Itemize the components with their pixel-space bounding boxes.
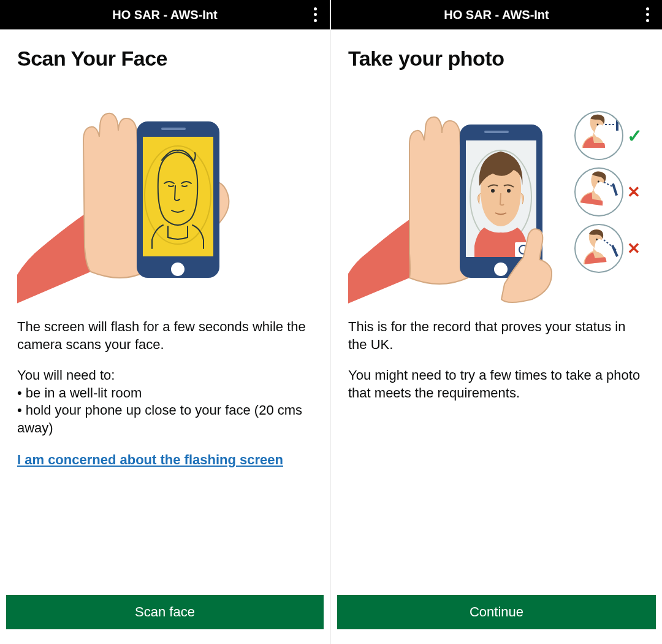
app-bar: HO SAR - AWS-Int bbox=[0, 0, 330, 29]
kebab-menu-icon[interactable] bbox=[640, 6, 655, 23]
checkmark-icon: ✓ bbox=[627, 125, 642, 147]
page-title: Scan Your Face bbox=[17, 47, 313, 71]
app-bar-title: HO SAR - AWS-Int bbox=[444, 8, 549, 22]
tip-wrong-tiltup: ✕ bbox=[574, 224, 642, 273]
body-text: This is for the record that proves your … bbox=[348, 318, 645, 402]
tip-circle-tiltup bbox=[574, 224, 623, 273]
svg-point-10 bbox=[507, 189, 511, 193]
svg-point-13 bbox=[494, 263, 508, 276]
svg-point-9 bbox=[491, 189, 495, 193]
screen-take-photo: HO SAR - AWS-Int Take your photo bbox=[331, 0, 662, 644]
tip-correct: ✓ bbox=[574, 111, 642, 160]
app-bar: HO SAR - AWS-Int bbox=[331, 0, 662, 29]
scan-face-button[interactable]: Scan face bbox=[6, 595, 324, 629]
paragraph: This is for the record that proves your … bbox=[348, 318, 645, 353]
svg-rect-19 bbox=[612, 183, 618, 196]
screen-scan-face: HO SAR - AWS-Int Scan Your Face bbox=[0, 0, 331, 644]
pose-tips: ✓ ✕ bbox=[574, 111, 642, 273]
tip-wrong-tiltdown: ✕ bbox=[574, 167, 642, 217]
bullet-item: • hold your phone up close to your face … bbox=[17, 402, 313, 437]
cross-icon: ✕ bbox=[627, 183, 641, 202]
paragraph: You might need to try a few times to tak… bbox=[348, 367, 645, 402]
tip-circle-tilt bbox=[574, 167, 623, 217]
svg-rect-16 bbox=[616, 118, 618, 131]
tip-circle-straight bbox=[574, 111, 623, 160]
kebab-menu-icon[interactable] bbox=[308, 6, 322, 23]
body-text: The screen will flash for a few seconds … bbox=[17, 318, 313, 437]
flashing-concern-link[interactable]: I am concerned about the flashing screen bbox=[17, 452, 283, 467]
illustration-take-photo: ✓ ✕ bbox=[348, 88, 645, 309]
content-area: Scan Your Face bbox=[0, 29, 330, 644]
illustration-scan-face bbox=[17, 88, 314, 309]
paragraph: The screen will flash for a few seconds … bbox=[17, 318, 313, 353]
bullet-item: • be in a well-lit room bbox=[17, 385, 313, 402]
continue-button[interactable]: Continue bbox=[337, 595, 656, 629]
svg-rect-1 bbox=[161, 128, 186, 130]
content-area: Take your photo bbox=[331, 29, 662, 644]
app-bar-title: HO SAR - AWS-Int bbox=[112, 8, 217, 22]
svg-point-4 bbox=[171, 263, 185, 276]
svg-point-14 bbox=[597, 124, 599, 126]
cross-icon: ✕ bbox=[627, 239, 641, 258]
svg-rect-6 bbox=[484, 131, 509, 133]
svg-rect-22 bbox=[611, 245, 618, 257]
needs-lead: You will need to: bbox=[17, 367, 115, 383]
page-title: Take your photo bbox=[348, 47, 645, 71]
